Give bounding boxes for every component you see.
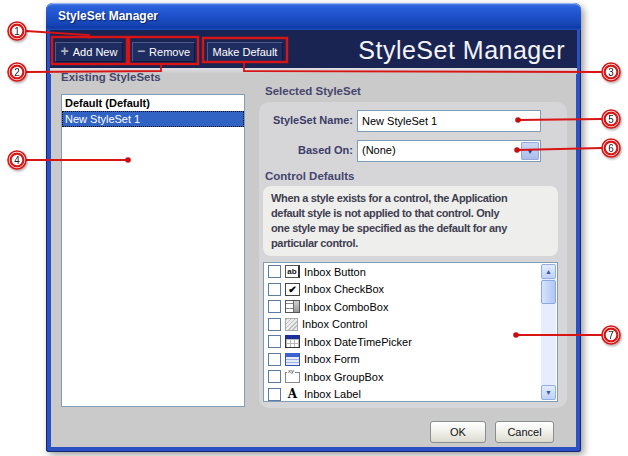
styleset-name-label: StyleSet Name: [261, 114, 353, 126]
scrollbar-thumb[interactable] [541, 280, 556, 304]
make-default-button[interactable]: Make Default [207, 42, 283, 62]
based-on-label: Based On: [261, 144, 353, 156]
existing-stylesets-listbox[interactable]: Default (Default)New StyleSet 1 [61, 94, 245, 407]
inbox-control-checkbox[interactable] [268, 318, 281, 331]
control-label: Inbox Button [304, 266, 366, 278]
control-rows: abInbox Button✔Inbox CheckBoxInbox Combo… [264, 263, 557, 402]
callout-number: 2 [14, 67, 20, 78]
scrollbar-down-button[interactable]: ▼ [541, 385, 556, 400]
add-new-button[interactable]: +Add New [55, 42, 123, 62]
control-label: Inbox ComboBox [304, 301, 388, 313]
callout-badge-4: 4 [8, 151, 26, 169]
control-row[interactable]: ✔Inbox CheckBox [264, 281, 557, 299]
arrow-down-icon: ▼ [545, 389, 552, 396]
callout-badge-5: 5 [602, 110, 620, 128]
styleset-name-input[interactable] [357, 110, 541, 132]
control-label: Inbox GroupBox [304, 371, 384, 383]
ok-button[interactable]: OK [430, 421, 486, 443]
groupbox-icon [285, 372, 300, 383]
styleset-list-item[interactable]: New StyleSet 1 [62, 111, 244, 127]
callout-number: 4 [14, 155, 20, 166]
callout-number: 6 [608, 143, 614, 154]
control-label: Inbox Label [304, 388, 361, 400]
scrollbar-up-button[interactable]: ▲ [541, 264, 556, 279]
callout-number: 3 [608, 67, 614, 78]
control-label: Inbox CheckBox [304, 283, 384, 295]
control-defaults-listbox[interactable]: abInbox Button✔Inbox CheckBoxInbox Combo… [263, 262, 558, 402]
inbox-groupbox-checkbox[interactable] [268, 370, 281, 383]
scrollbar[interactable]: ▲ ▼ [541, 264, 556, 400]
styleset-list-item[interactable]: Default (Default) [62, 95, 244, 111]
styleset-manager-dialog: StyleSet Manager StyleSet Manager +Add N… [46, 3, 581, 452]
control-row[interactable]: Inbox Control [264, 316, 557, 334]
callout-badge-6: 6 [602, 139, 620, 157]
callout-badge-1: 1 [8, 22, 26, 40]
chevron-down-icon: ▾ [528, 146, 533, 156]
callout-badge-7: 7 [602, 326, 620, 344]
callout-badge-3: 3 [602, 63, 620, 81]
control-label: Inbox Control [302, 318, 367, 330]
selected-styleset-heading: Selected StyleSet [265, 85, 361, 97]
inbox-button-checkbox[interactable] [268, 265, 281, 278]
combobox-dropdown-button[interactable]: ▾ [521, 142, 539, 160]
control-row[interactable]: AInbox Label [264, 386, 557, 403]
inbox-combobox-checkbox[interactable] [268, 300, 281, 313]
window-title: StyleSet Manager [58, 9, 158, 23]
callout-number: 1 [14, 26, 20, 37]
label-icon: A [285, 388, 300, 401]
screenshot-stage: StyleSet Manager StyleSet Manager +Add N… [0, 0, 628, 456]
control-defaults-description: When a style exists for a control, the A… [263, 186, 558, 256]
titlebar[interactable]: StyleSet Manager [46, 3, 581, 30]
inbox-label-checkbox[interactable] [268, 388, 281, 401]
checkbox-icon: ✔ [285, 283, 300, 296]
control-row[interactable]: Inbox ComboBox [264, 298, 557, 316]
callout-number: 5 [608, 114, 614, 125]
header-large-title: StyleSet Manager [358, 36, 565, 64]
toolbar-button-label: Make Default [213, 46, 278, 58]
existing-stylesets-heading: Existing StyleSets [61, 71, 161, 83]
control-defaults-heading: Control Defaults [265, 170, 354, 182]
datetimepicker-icon [285, 335, 300, 348]
arrow-up-icon: ▲ [545, 268, 552, 275]
inbox-form-checkbox[interactable] [268, 353, 281, 366]
based-on-combobox[interactable]: (None) ▾ [357, 140, 541, 162]
remove-button[interactable]: −Remove [132, 42, 195, 62]
cancel-button[interactable]: Cancel [495, 421, 554, 443]
control-row[interactable]: abInbox Button [264, 263, 557, 281]
button-icon: ab [285, 265, 300, 278]
control-row[interactable]: Inbox DateTimePicker [264, 333, 557, 351]
control-label: Inbox DateTimePicker [304, 336, 412, 348]
callout-number: 7 [608, 330, 614, 341]
form-icon [285, 353, 300, 366]
control-row[interactable]: Inbox Form [264, 351, 557, 369]
combobox-icon [285, 300, 300, 313]
callout-badge-2: 2 [8, 63, 26, 81]
plus-icon: + [61, 45, 69, 57]
minus-icon: − [137, 45, 145, 57]
toolbar-button-label: Add New [73, 46, 118, 58]
control-icon [285, 318, 298, 331]
toolbar-button-label: Remove [149, 46, 190, 58]
inbox-checkbox-checkbox[interactable] [268, 283, 281, 296]
control-row[interactable]: Inbox GroupBox [264, 368, 557, 386]
inbox-datetimepicker-checkbox[interactable] [268, 335, 281, 348]
based-on-value: (None) [362, 144, 396, 156]
control-label: Inbox Form [304, 353, 360, 365]
